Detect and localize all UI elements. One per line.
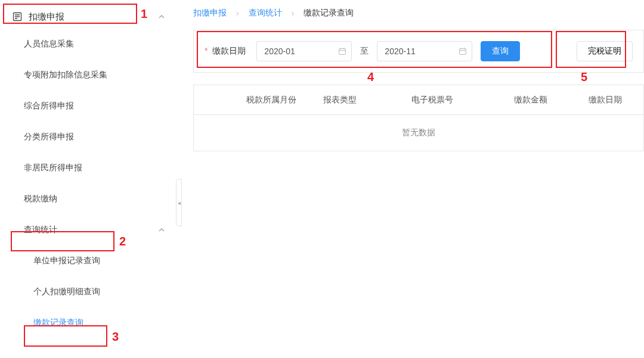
sidebar-item-classified-income[interactable]: 分类所得申报 <box>0 122 179 152</box>
calendar-icon <box>459 47 467 55</box>
sidebar-section-query[interactable]: 查询统计 <box>0 214 179 245</box>
breadcrumb-sep: › <box>292 8 295 18</box>
sidebar-item-comprehensive-income[interactable]: 综合所得申报 <box>0 91 179 122</box>
tax-certificate-button[interactable]: 完税证明 <box>577 41 633 61</box>
date-from-input[interactable]: 2020-01 <box>256 41 352 61</box>
sidebar-section-declare[interactable]: 扣缴申报 <box>0 5 179 29</box>
calendar-icon <box>338 47 346 55</box>
table-header-ticket-no: 电子税票号 <box>373 95 492 105</box>
query-button[interactable]: 查询 <box>481 41 520 61</box>
main-content: 扣缴申报 › 查询统计 › 缴款记录查询 * 缴款日期 2020-01 至 20… <box>179 0 644 358</box>
table-header-date: 缴款日期 <box>569 95 641 105</box>
filter-date-label: * 缴款日期 <box>205 46 248 57</box>
sidebar-item-tax-payment[interactable]: 税款缴纳 <box>0 183 179 214</box>
filter-bar: * 缴款日期 2020-01 至 2020-11 查询 完税证明 <box>193 30 644 73</box>
sidebar-collapse-handle[interactable] <box>176 179 182 226</box>
table-empty-state: 暂无数据 <box>194 115 643 151</box>
breadcrumb-query-stats[interactable]: 查询统计 <box>249 8 282 18</box>
svg-rect-2 <box>460 49 466 55</box>
sidebar-item-special-deduction[interactable]: 专项附加扣除信息采集 <box>0 60 179 91</box>
sidebar-section-query-label: 查询统计 <box>24 225 57 235</box>
sidebar-item-unit-declare-record[interactable]: 单位申报记录查询 <box>0 245 179 276</box>
table-header-row: 税款所属月份 报表类型 电子税票号 缴款金额 缴款日期 <box>194 85 643 115</box>
sidebar-item-nonresident-income[interactable]: 非居民所得申报 <box>0 152 179 183</box>
required-star-icon: * <box>205 46 208 55</box>
breadcrumb: 扣缴申报 › 查询统计 › 缴款记录查询 <box>193 0 644 24</box>
chevron-up-icon <box>157 226 166 234</box>
breadcrumb-sep: › <box>236 8 239 18</box>
table-header-amount: 缴款金额 <box>492 95 569 105</box>
date-to-input[interactable]: 2020-11 <box>377 41 472 61</box>
form-icon <box>12 11 23 22</box>
sidebar-item-personal-withhold-detail[interactable]: 个人扣缴明细查询 <box>0 276 179 307</box>
svg-rect-1 <box>339 49 346 55</box>
filter-to-label: 至 <box>360 46 369 57</box>
breadcrumb-declare[interactable]: 扣缴申报 <box>193 8 227 18</box>
chevron-up-icon <box>157 13 166 21</box>
sidebar: 扣缴申报 人员信息采集 专项附加扣除信息采集 综合所得申报 分类所得申报 非居民… <box>0 0 179 358</box>
sidebar-item-payment-record-query[interactable]: 缴款记录查询 <box>0 307 179 338</box>
sidebar-section-declare-label: 扣缴申报 <box>29 11 64 23</box>
table-header-report-type: 报表类型 <box>307 95 373 105</box>
payment-table: 税款所属月份 报表类型 电子税票号 缴款金额 缴款日期 暂无数据 <box>193 85 644 151</box>
table-header-month: 税款所属月份 <box>236 95 307 105</box>
breadcrumb-current: 缴款记录查询 <box>304 8 354 18</box>
sidebar-item-personnel[interactable]: 人员信息采集 <box>0 29 179 60</box>
